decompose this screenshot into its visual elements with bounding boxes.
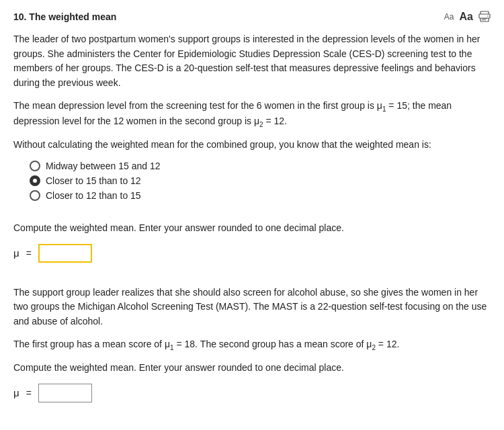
radio-circle-3[interactable] xyxy=(30,190,40,201)
svg-rect-3 xyxy=(482,19,486,20)
equals-2: = xyxy=(26,388,32,398)
question-number: 10. xyxy=(13,11,26,22)
radio-option-3[interactable]: Closer to 12 than to 15 xyxy=(30,190,491,201)
radio-option-2[interactable]: Closer to 15 than to 12 xyxy=(30,175,491,186)
question-title-text: The weighted mean xyxy=(29,11,116,22)
answer-input-1[interactable] xyxy=(38,244,92,263)
radio-group: Midway between 15 and 12 Closer to 15 th… xyxy=(30,161,491,201)
svg-point-5 xyxy=(487,15,489,17)
mean-info-paragraph: The mean depression level from the scree… xyxy=(13,99,491,130)
mu-symbol-1: μ xyxy=(13,247,19,259)
font-increase-button[interactable]: Aa xyxy=(460,11,473,23)
print-icon[interactable] xyxy=(478,11,491,23)
compute2-paragraph: Compute the weighted mean. Enter your an… xyxy=(13,361,491,376)
radio-circle-1[interactable] xyxy=(30,161,40,171)
intro-paragraph: The leader of two postpartum women's sup… xyxy=(13,32,491,91)
question-paragraph: Without calculating the weighted mean fo… xyxy=(13,138,491,153)
radio-circle-2[interactable] xyxy=(30,175,40,186)
answer-input-2[interactable] xyxy=(38,384,92,402)
compute1-paragraph: Compute the weighted mean. Enter your an… xyxy=(13,221,491,236)
equals-1: = xyxy=(26,248,32,259)
radio-option-1[interactable]: Midway between 15 and 12 xyxy=(30,161,491,171)
mu-symbol-2: μ xyxy=(13,387,19,398)
radio-label-2: Closer to 15 than to 12 xyxy=(46,175,141,186)
font-controls: Aa Aa xyxy=(444,11,491,23)
alcohol-intro-paragraph: The support group leader realizes that s… xyxy=(13,286,491,329)
mu-input-row-1: μ = xyxy=(13,244,491,263)
alcohol-means-paragraph: The first group has a mean score of μ1 =… xyxy=(13,337,491,353)
radio-label-1: Midway between 15 and 12 xyxy=(46,161,160,171)
mu-input-row-2: μ = xyxy=(13,384,491,402)
question-title: 10. The weighted mean xyxy=(13,11,116,22)
font-decrease-button[interactable]: Aa xyxy=(444,12,454,22)
question-header: 10. The weighted mean Aa Aa xyxy=(13,11,491,23)
radio-label-3: Closer to 12 than to 15 xyxy=(46,190,141,201)
